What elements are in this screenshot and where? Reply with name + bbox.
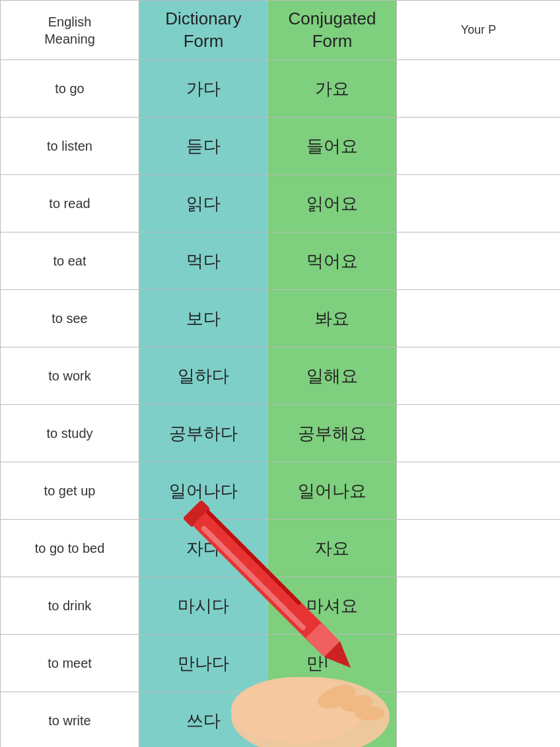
cell-your (397, 405, 561, 462)
cell-dict: 쓰다 (139, 692, 268, 748)
cell-your (397, 347, 561, 405)
cell-conj: 봐요 (268, 290, 397, 347)
table-row: to work일하다일해요 (1, 347, 561, 405)
cell-dict: 읽다 (139, 175, 268, 232)
cell-english: to listen (1, 118, 139, 175)
cell-conj: 공부해요 (268, 405, 397, 462)
cell-dict: 자다 (139, 520, 268, 577)
cell-conj: 읽어요 (268, 175, 397, 232)
table-row: to study공부하다공부해요 (1, 405, 561, 462)
cell-english: to meet (1, 635, 139, 692)
cell-your (397, 232, 561, 290)
cell-conj: 자요 (268, 520, 397, 577)
cell-english: to go to bed (1, 520, 139, 577)
cell-dict: 먹다 (139, 232, 268, 290)
cell-english: to get up (1, 462, 139, 520)
cell-english: to see (1, 290, 139, 347)
table-row: to eat먹다먹어요 (1, 232, 561, 290)
cell-dict: 마시다 (139, 577, 268, 635)
header-english: English Meaning (1, 1, 139, 60)
table-row: to write쓰다 (1, 692, 561, 748)
cell-dict: 듣다 (139, 118, 268, 175)
cell-conj: 마셔요 (268, 577, 397, 635)
table-row: to go to bed자다자요 (1, 520, 561, 577)
cell-english: to drink (1, 577, 139, 635)
cell-conj (268, 692, 397, 748)
cell-dict: 만나다 (139, 635, 268, 692)
cell-english: to go (1, 60, 139, 118)
cell-dict: 공부하다 (139, 405, 268, 462)
cell-your (397, 60, 561, 118)
cell-your (397, 520, 561, 577)
cell-english: to write (1, 692, 139, 748)
header-dict: Dictionary Form (139, 1, 268, 60)
vocabulary-table: English Meaning Dictionary Form Conjugat… (0, 0, 560, 747)
cell-your (397, 462, 561, 520)
table-row: to drink마시다마셔요 (1, 577, 561, 635)
cell-english: to study (1, 405, 139, 462)
cell-your (397, 290, 561, 347)
cell-dict: 보다 (139, 290, 268, 347)
table-row: to meet만나다만나요 (1, 635, 561, 692)
cell-your (397, 118, 561, 175)
header-conj: Conjugated Form (268, 1, 397, 60)
table-row: to listen듣다들어요 (1, 118, 561, 175)
header-your: Your P (397, 1, 561, 60)
cell-your (397, 577, 561, 635)
cell-dict: 가다 (139, 60, 268, 118)
table-row: to get up일어나다일어나요 (1, 462, 561, 520)
cell-conj: 들어요 (268, 118, 397, 175)
cell-conj: 가요 (268, 60, 397, 118)
cell-your (397, 692, 561, 748)
cell-conj: 일해요 (268, 347, 397, 405)
cell-english: to eat (1, 232, 139, 290)
cell-dict: 일하다 (139, 347, 268, 405)
table-row: to see보다봐요 (1, 290, 561, 347)
cell-english: to work (1, 347, 139, 405)
cell-conj: 만나요 (268, 635, 397, 692)
page: English Meaning Dictionary Form Conjugat… (0, 0, 560, 747)
cell-dict: 일어나다 (139, 462, 268, 520)
table-row: to read읽다읽어요 (1, 175, 561, 232)
cell-your (397, 635, 561, 692)
cell-conj: 일어나요 (268, 462, 397, 520)
cell-conj: 먹어요 (268, 232, 397, 290)
cell-your (397, 175, 561, 232)
cell-english: to read (1, 175, 139, 232)
table-row: to go가다가요 (1, 60, 561, 118)
